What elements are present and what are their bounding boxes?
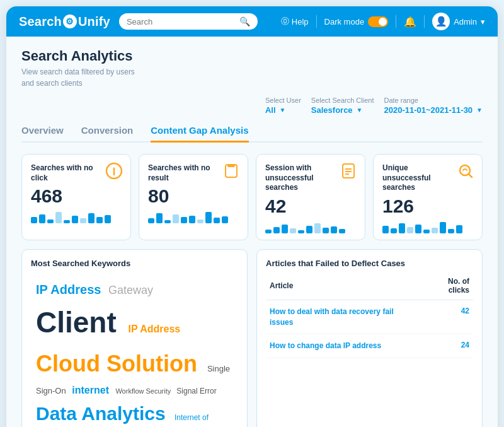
metric-card-value-1: 80 <box>148 187 239 206</box>
metric-card-title-3: Unique unsuccessful searches <box>382 163 455 193</box>
page-title: Search Analytics <box>21 48 483 64</box>
mini-bar-2-2 <box>282 225 288 233</box>
mini-bar-1-0 <box>148 218 154 223</box>
user-filter-select[interactable]: All ▼ <box>265 105 301 115</box>
word-cloud: IP Address Gateway Client IP Address Clo… <box>31 274 238 427</box>
page-header: Search Analytics View search data filter… <box>21 48 483 89</box>
dark-mode-toggle[interactable]: Dark mode <box>324 16 389 27</box>
word-9: Data Analytics <box>36 403 171 424</box>
mini-bar-0-0 <box>31 217 37 223</box>
col-clicks: No. of clicks <box>421 274 473 300</box>
mini-bar-1-8 <box>214 218 220 223</box>
mini-bar-1-7 <box>205 212 212 223</box>
mini-bar-1-4 <box>181 217 187 223</box>
keywords-card: Most Searched Keywords IP Address Gatewa… <box>21 249 248 427</box>
metric-card-icon-1 <box>222 162 240 184</box>
metric-mini-bars-0 <box>31 212 122 223</box>
search-icon: 🔍 <box>239 16 250 26</box>
mini-bar-3-1 <box>391 228 397 233</box>
mini-bar-0-7 <box>88 213 94 223</box>
date-filter-label: Date range <box>384 97 483 104</box>
search-input[interactable] <box>127 17 236 26</box>
bell-icon[interactable]: 🔔 <box>404 16 416 28</box>
mini-bar-2-1 <box>273 227 280 233</box>
mini-bar-1-5 <box>189 216 195 223</box>
logo: Search ⚙ Unify <box>19 15 110 29</box>
mini-bar-2-7 <box>323 228 329 233</box>
svg-rect-3 <box>227 165 235 167</box>
mini-bar-2-0 <box>265 230 272 233</box>
metric-card-title-0: Searches with no click <box>31 163 103 183</box>
mini-bar-3-5 <box>423 230 430 233</box>
mini-bar-3-7 <box>440 222 446 233</box>
admin-button[interactable]: 👤 Admin ▾ <box>432 13 485 30</box>
mini-bar-1-9 <box>222 216 228 223</box>
table-row: How to deal with data recovery fail issu… <box>266 300 473 334</box>
article-clicks-1: 24 <box>421 334 473 358</box>
date-filter-select[interactable]: 2020-11-01~2021-11-30 ▼ <box>384 105 483 115</box>
articles-card: Articles that Failed to Deflect Cases Ar… <box>256 249 483 427</box>
metric-card-icon-0 <box>105 162 123 184</box>
table-row: How to change data IP address24 <box>266 334 473 358</box>
article-title-0[interactable]: How to deal with data recovery fail issu… <box>266 300 421 334</box>
date-filter-arrow-icon: ▼ <box>476 107 483 114</box>
mini-bar-0-5 <box>72 216 78 223</box>
admin-label: Admin <box>454 17 477 26</box>
metric-card-icon-2 <box>340 162 357 184</box>
logo-text: Search <box>19 15 62 29</box>
metric-card-value-2: 42 <box>265 197 356 216</box>
header: Search ⚙ Unify 🔍 ⓪ Help Dark mode 🔔 👤 Ad… <box>6 6 498 37</box>
mini-bar-3-4 <box>415 225 421 233</box>
divider2 <box>396 15 396 28</box>
app-container: Search ⚙ Unify 🔍 ⓪ Help Dark mode 🔔 👤 Ad… <box>6 6 498 427</box>
mini-bar-2-4 <box>298 230 304 233</box>
bottom-section: Most Searched Keywords IP Address Gatewa… <box>21 249 483 427</box>
user-filter-arrow-icon: ▼ <box>280 107 286 114</box>
help-label: Help <box>292 17 309 26</box>
filters-row: Select User All ▼ Select Search Client S… <box>21 97 483 115</box>
metric-mini-bars-1 <box>148 212 239 223</box>
mini-bar-1-6 <box>197 219 203 223</box>
mini-bar-3-3 <box>407 227 413 233</box>
word-0: IP Address <box>36 283 105 296</box>
tab-overview[interactable]: Overview <box>21 125 64 143</box>
user-filter: Select User All ▼ <box>265 97 301 115</box>
divider3 <box>424 15 425 28</box>
col-article: Article <box>266 274 421 300</box>
articles-table: Article No. of clicks How to deal with d… <box>266 274 473 358</box>
mini-bar-1-3 <box>173 214 179 223</box>
client-filter-select[interactable]: Salesforce ▼ <box>311 105 374 115</box>
mini-bar-3-2 <box>399 223 405 233</box>
tabs: Overview Conversion Content Gap Analysis <box>21 125 483 143</box>
articles-title: Articles that Failed to Deflect Cases <box>266 259 473 268</box>
help-icon: ⓪ <box>281 16 289 27</box>
mini-bar-0-2 <box>47 219 54 223</box>
mini-bar-3-6 <box>432 228 438 233</box>
word-6: internet <box>72 385 112 395</box>
client-filter-value: Salesforce <box>311 105 353 115</box>
logo-gear-icon: ⚙ <box>63 15 77 28</box>
mini-bar-3-8 <box>448 229 454 233</box>
divider <box>316 15 317 28</box>
search-bar[interactable]: 🔍 <box>119 13 258 30</box>
metric-card-3: Unique unsuccessful searches126 <box>373 154 483 240</box>
dark-mode-pill[interactable] <box>368 16 388 27</box>
article-title-1[interactable]: How to change data IP address <box>266 334 421 358</box>
tab-conversion[interactable]: Conversion <box>81 125 134 143</box>
metric-card-0: Searches with no click468 <box>21 154 131 240</box>
metric-card-value-3: 126 <box>382 197 473 216</box>
metric-mini-bars-2 <box>265 222 356 233</box>
help-button[interactable]: ⓪ Help <box>281 16 309 27</box>
mini-bar-0-3 <box>55 212 62 223</box>
word-8: Signal Error <box>176 387 216 395</box>
mini-bar-2-8 <box>331 226 337 233</box>
mini-bar-3-0 <box>382 226 389 233</box>
admin-chevron-icon: ▾ <box>481 17 485 26</box>
logo-text2: Unify <box>78 15 110 29</box>
tab-content-gap[interactable]: Content Gap Analysis <box>151 125 248 143</box>
dark-mode-label: Dark mode <box>324 17 365 26</box>
client-filter-label: Select Search Client <box>311 97 374 104</box>
client-filter: Select Search Client Salesforce ▼ <box>311 97 374 115</box>
mini-bar-3-9 <box>456 225 462 233</box>
admin-avatar: 👤 <box>432 13 450 30</box>
